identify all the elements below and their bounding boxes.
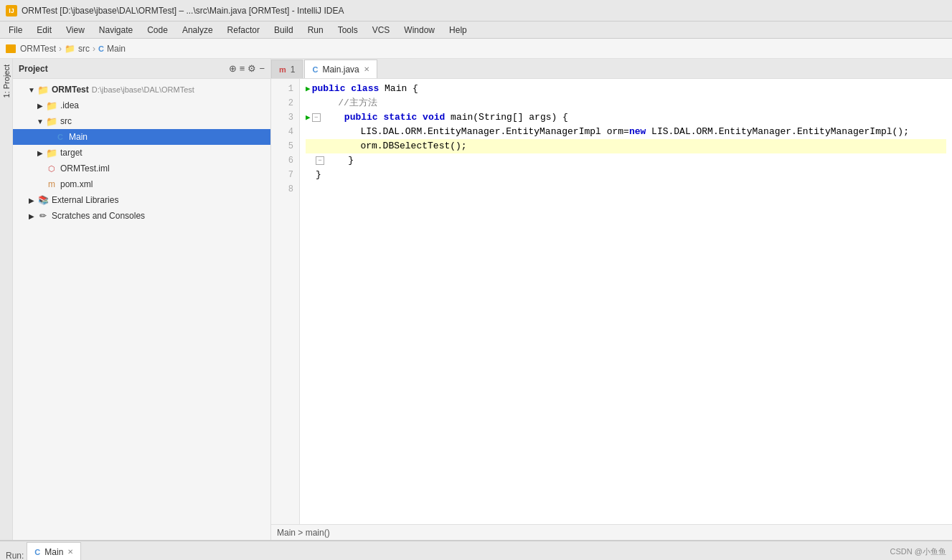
- run-label: Run:: [6, 551, 27, 560]
- folder-idea-icon: 📁: [46, 100, 57, 111]
- java-run-icon: C: [34, 548, 40, 556]
- breadcrumb-bar: ORMTest › 📁 src › C Main: [0, 39, 952, 59]
- code-line-4: LIS.DAL.ORM.EntityManager.EntityManagerI…: [306, 125, 946, 139]
- ln-1: 1: [271, 82, 293, 96]
- bc-src[interactable]: src: [78, 44, 90, 54]
- tree-item-scratches[interactable]: ▶ ✏ Scratches and Consoles: [13, 208, 270, 224]
- code-content[interactable]: ▶ public class Main { //主方法 ▶ − public s…: [300, 79, 952, 524]
- bc-sep2: ›: [93, 44, 95, 54]
- arrow-idea: ▶: [36, 101, 44, 110]
- bc-folder-icon2: 📁: [65, 44, 75, 54]
- vertical-project-tab[interactable]: 1: Project: [0, 59, 13, 540]
- menu-item-view[interactable]: View: [60, 24, 90, 37]
- code-editor[interactable]: 1 2 3 4 5 6 7 8 ▶ public class Main { //: [271, 79, 952, 524]
- editor-status-bar: Main > main(): [271, 524, 952, 540]
- tree-path-ormtest: D:\jbase\jbase\DAL\ORMTest: [92, 85, 194, 94]
- collapse-icon[interactable]: ≡: [240, 63, 245, 74]
- sidebar: Project ⊕ ≡ ⚙ − ▼ 📁 ORMTest D:\jbase\jba…: [13, 59, 271, 540]
- menu-item-run[interactable]: Run: [302, 24, 329, 37]
- tree-item-extlibs[interactable]: ▶ 📚 External Libraries: [13, 192, 270, 208]
- tree-label-main: Main: [69, 132, 88, 142]
- tree-label-iml: ORMTest.iml: [60, 163, 110, 174]
- ln-8: 8: [271, 182, 293, 196]
- tree-item-iml[interactable]: ⬡ ORMTest.iml: [13, 161, 270, 176]
- menu-item-help[interactable]: Help: [443, 24, 473, 37]
- watermark: CSDN @小鱼鱼: [890, 546, 946, 557]
- iml-icon: ⬡: [46, 163, 57, 174]
- menubar: FileEditViewNavigateCodeAnalyzeRefactorB…: [0, 22, 952, 39]
- sidebar-header: Project ⊕ ≡ ⚙ −: [13, 59, 270, 79]
- maven-tab[interactable]: m 1: [271, 60, 303, 78]
- tree-label-target: target: [60, 148, 83, 158]
- sidebar-tree: ▼ 📁 ORMTest D:\jbase\jbase\DAL\ORMTest ▶…: [13, 79, 270, 540]
- folder-target-icon: 📁: [46, 147, 57, 158]
- menu-item-vcs[interactable]: VCS: [367, 24, 396, 37]
- menu-item-edit[interactable]: Edit: [31, 24, 57, 37]
- tree-item-pom[interactable]: m pom.xml: [13, 176, 270, 192]
- tree-label-src: src: [60, 116, 72, 126]
- tree-label-ormtest: ORMTest: [52, 85, 89, 95]
- sidebar-actions: ⊕ ≡ ⚙ −: [229, 63, 265, 74]
- arrow-target: ▶: [36, 148, 44, 157]
- java-tab-icon: C: [312, 65, 318, 74]
- close-tab-icon[interactable]: ✕: [364, 65, 369, 73]
- tree-item-src[interactable]: ▼ 📁 src: [13, 113, 270, 129]
- fold-icon-6[interactable]: −: [316, 156, 324, 165]
- app-icon: IJ: [6, 5, 17, 16]
- tree-label-extlibs: External Libraries: [52, 195, 118, 205]
- vertical-tab-label: 1: Project: [2, 65, 11, 98]
- bc-main[interactable]: Main: [107, 44, 126, 54]
- tree-item-idea[interactable]: ▶ 📁 .idea: [13, 98, 270, 113]
- minimize-icon[interactable]: −: [259, 63, 265, 74]
- main-java-tab[interactable]: C Main.java ✕: [304, 60, 377, 78]
- arrow-iml: [36, 164, 44, 173]
- ln-4: 4: [271, 125, 293, 139]
- menu-item-tools[interactable]: Tools: [332, 24, 364, 37]
- fold-icon-3[interactable]: −: [312, 113, 321, 122]
- code-line-3: ▶ − public static void main(String[] arg…: [306, 110, 946, 125]
- arrow-extlibs: ▶: [27, 196, 36, 204]
- ln-3: 3: [271, 110, 293, 125]
- ln-7: 7: [271, 168, 293, 182]
- menu-item-code[interactable]: Code: [141, 24, 174, 37]
- tree-label-pom: pom.xml: [60, 179, 93, 189]
- menu-item-analyze[interactable]: Analyze: [176, 24, 219, 37]
- scratches-icon: ✏: [37, 210, 49, 222]
- extlib-icon: 📚: [37, 194, 49, 206]
- menu-item-file[interactable]: File: [3, 24, 28, 37]
- module-icon: 📁: [37, 84, 49, 95]
- run-arrow-3: ▶: [306, 110, 311, 125]
- menu-item-refactor[interactable]: Refactor: [222, 24, 265, 37]
- bottom-panel: Run: C Main ✕ ▶ ↑ ■ ↓ ⏸ ↵ 📷 ⇩ ⬆ 🖨 🗑 "C:\…: [0, 540, 952, 560]
- tab-bar: m 1 C Main.java ✕: [271, 59, 952, 79]
- main-layout: 1: Project Project ⊕ ≡ ⚙ − ▼ 📁 ORMTest D…: [0, 59, 952, 540]
- settings-icon[interactable]: ⚙: [248, 63, 256, 74]
- tree-item-target[interactable]: ▶ 📁 target: [13, 145, 270, 161]
- maven-icon: m: [279, 65, 286, 74]
- ln-2: 2: [271, 96, 293, 110]
- bc-ormtest[interactable]: ORMTest: [20, 44, 56, 54]
- status-breadcrumb: Main > main(): [277, 528, 330, 538]
- bc-sep1: ›: [59, 44, 62, 54]
- menu-item-build[interactable]: Build: [268, 24, 299, 37]
- line-numbers: 1 2 3 4 5 6 7 8: [271, 79, 300, 524]
- folder-src-icon: 📁: [46, 115, 57, 127]
- title-text: ORMTest [D:\jbase\jbase\DAL\ORMTest] – .…: [22, 6, 344, 16]
- breadcrumb-folder-icon: [6, 44, 16, 53]
- menu-item-window[interactable]: Window: [398, 24, 440, 37]
- arrow-scratches: ▶: [27, 212, 36, 220]
- code-line-6: − }: [306, 153, 946, 168]
- ln-5: 5: [271, 139, 293, 153]
- code-line-1: ▶ public class Main {: [306, 82, 946, 96]
- arrow-main: [44, 133, 53, 141]
- menu-item-navigate[interactable]: Navigate: [93, 24, 138, 37]
- maven-tab-label: 1: [291, 65, 296, 75]
- code-line-2: //主方法: [306, 96, 946, 110]
- arrow-src: ▼: [36, 117, 44, 125]
- tree-item-ormtest[interactable]: ▼ 📁 ORMTest D:\jbase\jbase\DAL\ORMTest: [13, 82, 270, 98]
- run-main-tab[interactable]: C Main ✕: [27, 542, 81, 560]
- watermark-text: CSDN @小鱼鱼: [890, 547, 946, 556]
- close-run-tab[interactable]: ✕: [67, 548, 73, 556]
- locate-icon[interactable]: ⊕: [229, 63, 237, 74]
- tree-item-main[interactable]: C Main: [13, 129, 270, 145]
